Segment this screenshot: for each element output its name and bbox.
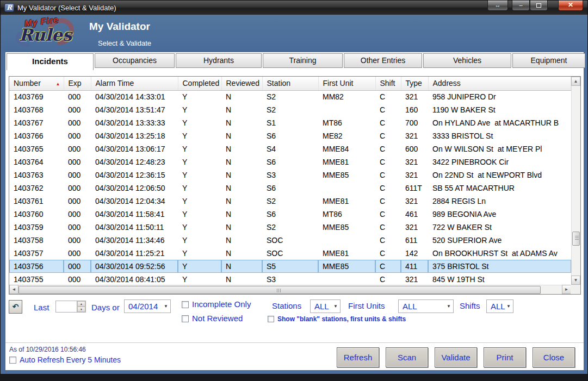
print-button[interactable]: Print <box>484 347 526 367</box>
cell-completed[interactable]: Y <box>178 182 221 195</box>
cell-first-unit[interactable]: MM82 <box>318 90 375 103</box>
cell-number[interactable]: 1403764 <box>9 155 64 168</box>
cell-reviewed[interactable]: N <box>221 90 262 103</box>
cell-shift[interactable]: C <box>375 195 401 208</box>
cell-reviewed[interactable]: N <box>221 234 262 247</box>
cell-station[interactable]: S5 <box>262 260 318 273</box>
cell-shift[interactable]: C <box>375 273 401 286</box>
column-header-first-unit[interactable]: First Unit <box>318 77 375 90</box>
table-row[interactable]: 140376300004/30/2014 12:36:15YNS3MME85C3… <box>9 168 571 182</box>
stations-dropdown[interactable]: ALL ▼ <box>310 299 341 313</box>
cell-station[interactable]: S6 <box>262 129 318 142</box>
cell-shift[interactable]: C <box>375 221 401 234</box>
cell-reviewed[interactable]: N <box>221 247 262 260</box>
cell-completed[interactable]: Y <box>178 195 221 208</box>
checkbox-box[interactable] <box>268 316 274 322</box>
table-row[interactable]: 140376700004/30/2014 13:33:33YNS1MT86C70… <box>9 116 571 129</box>
table-row[interactable]: 140376200004/30/2014 12:06:50YNS6C611TSB… <box>9 182 571 195</box>
tab-occupancies[interactable]: Occupancies <box>95 53 175 68</box>
scroll-up-icon[interactable]: ▲ <box>571 77 580 86</box>
cell-address[interactable]: 3422 PINEBROOK Cir <box>428 155 571 168</box>
cell-reviewed[interactable]: N <box>221 116 262 129</box>
cell-exp[interactable]: 000 <box>64 208 91 221</box>
column-header-alarm-time[interactable]: Alarm Time <box>91 77 178 90</box>
table-row[interactable]: 140376100004/30/2014 12:04:34YNS2MME81C3… <box>9 195 571 208</box>
cell-station[interactable]: S2 <box>262 195 318 208</box>
cell-number[interactable]: 1403760 <box>9 208 64 221</box>
cell-first-unit[interactable]: MME84 <box>318 142 375 155</box>
undo-icon[interactable]: ↶ <box>9 300 22 314</box>
cell-address[interactable]: On BROOKHURST St at ADAMS Av <box>428 247 571 260</box>
cell-completed[interactable]: Y <box>178 155 221 168</box>
cell-type[interactable]: 321 <box>401 273 428 286</box>
cell-station[interactable]: S6 <box>262 182 318 195</box>
cell-alarm-time[interactable]: 04/30/2014 12:48:23 <box>91 155 178 168</box>
scroll-right-icon[interactable]: ► <box>562 285 571 294</box>
cell-type[interactable]: 461 <box>401 208 428 221</box>
checkbox-box[interactable] <box>9 357 16 364</box>
column-header-completed[interactable]: Completed <box>178 77 221 90</box>
cell-first-unit[interactable] <box>318 103 375 116</box>
cell-type[interactable]: 611 <box>401 234 428 247</box>
cell-address[interactable]: On 22ND St at NEWPORT Blvd <box>428 168 571 182</box>
table-row[interactable]: 140376800004/30/2014 13:51:47YNS2C160119… <box>9 103 571 116</box>
cell-station[interactable]: S3 <box>262 168 318 182</box>
cell-alarm-time[interactable]: 04/30/2014 12:36:15 <box>91 168 178 182</box>
cell-first-unit[interactable]: MME81 <box>318 195 375 208</box>
not-reviewed-checkbox[interactable]: Not Reviewed <box>182 314 243 323</box>
vertical-scrollbar[interactable]: ▲ ▼ <box>571 77 580 285</box>
cell-station[interactable]: S6 <box>262 155 318 168</box>
cell-address[interactable]: 1190 W BAKER St <box>428 103 571 116</box>
cell-address[interactable]: On W WILSON St at MEYER Pl <box>428 142 571 155</box>
cell-reviewed[interactable]: N <box>221 155 262 168</box>
validate-button[interactable]: Validate <box>435 347 477 367</box>
table-row[interactable]: 140375500004/30/2014 08:41:05YNS3C321845… <box>9 273 571 286</box>
cell-alarm-time[interactable]: 04/30/2014 09:52:56 <box>91 260 178 273</box>
cell-shift[interactable]: C <box>375 142 401 155</box>
cell-first-unit[interactable] <box>318 273 375 286</box>
tab-vehicles[interactable]: Vehicles <box>423 53 511 68</box>
cell-completed[interactable]: Y <box>178 116 221 129</box>
cell-reviewed[interactable]: N <box>221 103 262 116</box>
first-units-dropdown[interactable]: ALL ▼ <box>398 299 454 313</box>
cell-type[interactable]: 321 <box>401 129 428 142</box>
column-header-number[interactable]: Number▲ <box>9 77 64 90</box>
cell-alarm-time[interactable]: 04/30/2014 13:51:47 <box>91 103 178 116</box>
cell-exp[interactable]: 000 <box>64 247 91 260</box>
cell-station[interactable]: SOC <box>262 247 318 260</box>
show-blank-checkbox[interactable]: Show "blank" stations, first units & shi… <box>268 315 406 323</box>
table-row[interactable]: 140376400004/30/2014 12:48:23YNS6MME81C3… <box>9 155 571 168</box>
cell-alarm-time[interactable]: 04/30/2014 11:58:41 <box>91 208 178 221</box>
tab-other-entries[interactable]: Other Entries <box>344 53 422 68</box>
horizontal-scrollbar[interactable]: ◄ ► <box>9 285 571 294</box>
shifts-dropdown[interactable]: ALL ▼ <box>486 299 513 313</box>
cell-first-unit[interactable] <box>318 182 375 195</box>
cell-completed[interactable]: Y <box>178 142 221 155</box>
cell-station[interactable]: SOC <box>262 234 318 247</box>
cell-reviewed[interactable]: N <box>221 208 262 221</box>
scroll-left-icon[interactable]: ◄ <box>9 285 18 294</box>
close-button[interactable]: Close <box>533 347 575 367</box>
resize-icon[interactable]: ↔ <box>487 1 508 11</box>
tab-hydrants[interactable]: Hydrants <box>176 53 262 68</box>
cell-first-unit[interactable]: MME85 <box>318 221 375 234</box>
cell-type[interactable]: 700 <box>401 116 428 129</box>
cell-shift[interactable]: C <box>375 116 401 129</box>
cell-number[interactable]: 1403758 <box>9 234 64 247</box>
cell-address[interactable]: 958 JUNIPERO Dr <box>428 90 571 103</box>
cell-reviewed[interactable]: N <box>221 273 262 286</box>
cell-station[interactable]: S2 <box>262 221 318 234</box>
cell-completed[interactable]: Y <box>178 260 221 273</box>
cell-alarm-time[interactable]: 04/30/2014 11:34:46 <box>91 234 178 247</box>
column-header-reviewed[interactable]: Reviewed <box>221 77 262 90</box>
tab-equipment[interactable]: Equipment <box>512 53 585 68</box>
close-icon[interactable]: ✕ <box>558 1 583 11</box>
cell-completed[interactable]: Y <box>178 247 221 260</box>
cell-first-unit[interactable]: MME85 <box>318 260 375 273</box>
cell-type[interactable]: 321 <box>401 195 428 208</box>
cell-completed[interactable]: Y <box>178 103 221 116</box>
cell-completed[interactable]: Y <box>178 168 221 182</box>
cell-exp[interactable]: 000 <box>64 142 91 155</box>
refresh-button[interactable]: Refresh <box>337 347 379 367</box>
cell-first-unit[interactable]: MME81 <box>318 155 375 168</box>
